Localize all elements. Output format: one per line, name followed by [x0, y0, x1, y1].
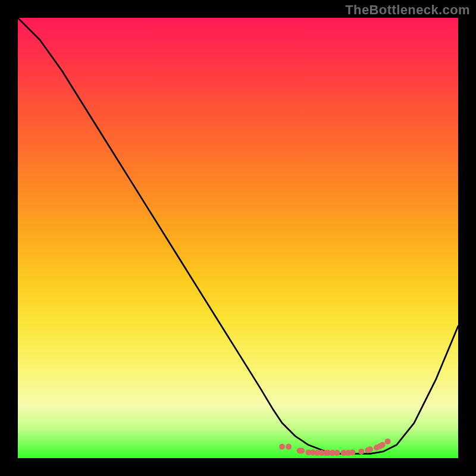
curve-overlay	[18, 18, 458, 458]
watermark-text: TheBottleneck.com	[345, 2, 470, 18]
valley-dot	[380, 442, 386, 448]
valley-dot	[358, 449, 364, 455]
valley-dot	[334, 450, 340, 456]
valley-dot	[299, 447, 305, 453]
chart-frame: TheBottleneck.com	[0, 0, 476, 476]
plot-area	[18, 18, 458, 458]
valley-dot	[286, 444, 292, 450]
valley-dot	[367, 446, 373, 452]
valley-dot	[385, 439, 391, 444]
valley-dot	[279, 444, 285, 450]
valley-dot	[349, 449, 355, 455]
bottleneck-curve	[18, 18, 458, 454]
